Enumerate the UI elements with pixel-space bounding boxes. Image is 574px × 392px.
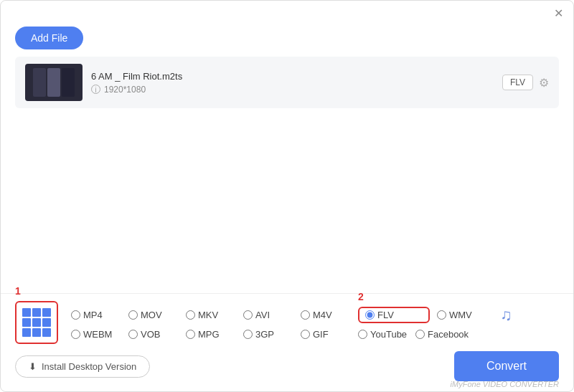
format-flv[interactable]: FLV [365, 310, 423, 320]
file-item: 6 AM _ Film Riot.m2ts i 1920*1080 FLV ⚙ [15, 57, 559, 108]
format-avi[interactable]: AVI [243, 310, 301, 320]
format-webm[interactable]: WEBM [71, 329, 128, 340]
flv-box: FLV [358, 307, 430, 323]
main-window: ✕ Add File 6 AM _ Film Riot.m2ts i 1920* [0, 0, 574, 392]
format-vob[interactable]: VOB [128, 329, 186, 340]
format-row-1: MP4 MOV MKV AVI [71, 306, 559, 325]
toolbar: Add File [1, 22, 573, 57]
format-mkv[interactable]: MKV [186, 310, 243, 320]
settings-icon[interactable]: ⚙ [539, 76, 549, 90]
format-youtube[interactable]: YouTube [358, 329, 415, 340]
file-resolution: 1920*1080 [104, 85, 146, 95]
main-content [1, 108, 573, 293]
format-row: 1 [15, 301, 559, 344]
convert-button[interactable]: Convert [454, 351, 559, 381]
format-m4v[interactable]: M4V [301, 310, 358, 320]
format-icon-box[interactable] [15, 301, 58, 344]
info-icon: i [91, 85, 100, 94]
download-icon: ⬇ [29, 361, 37, 372]
format-mpg[interactable]: MPG [186, 329, 243, 340]
file-info: 6 AM _ Film Riot.m2ts i 1920*1080 [91, 71, 494, 95]
install-label: Install Desktop Version [42, 361, 136, 372]
file-actions: FLV ⚙ [502, 75, 549, 90]
install-button[interactable]: ⬇ Install Desktop Version [15, 355, 150, 378]
format-badge[interactable]: FLV [502, 75, 533, 90]
bottom-actions: ⬇ Install Desktop Version Convert [15, 351, 559, 381]
format-3gp[interactable]: 3GP [243, 329, 301, 340]
format-gif[interactable]: GIF [301, 329, 358, 340]
file-name: 6 AM _ Film Riot.m2ts [91, 71, 494, 82]
file-list: 6 AM _ Film Riot.m2ts i 1920*1080 FLV ⚙ [1, 57, 573, 108]
step1-label: 1 [15, 285, 21, 297]
add-file-button[interactable]: Add File [15, 27, 83, 49]
title-bar: ✕ [1, 1, 573, 22]
format-row-2: WEBM VOB MPG 3GP [71, 329, 559, 340]
format-mp4[interactable]: MP4 [71, 310, 128, 320]
format-facebook[interactable]: Facebook [415, 329, 473, 340]
watermark: iMyFone VIDEO CONVERTER [451, 380, 559, 388]
music-icon: ♫ [500, 306, 512, 325]
format-mov[interactable]: MOV [128, 310, 186, 320]
close-button[interactable]: ✕ [554, 8, 563, 19]
file-meta: i 1920*1080 [91, 85, 494, 95]
bottom-section: 1 [1, 293, 573, 391]
format-options: MP4 MOV MKV AVI [71, 306, 559, 340]
grid-icon [22, 308, 51, 337]
step2-label: 2 [358, 291, 364, 302]
file-thumbnail [25, 64, 83, 101]
format-wmv[interactable]: WMV [437, 310, 494, 320]
